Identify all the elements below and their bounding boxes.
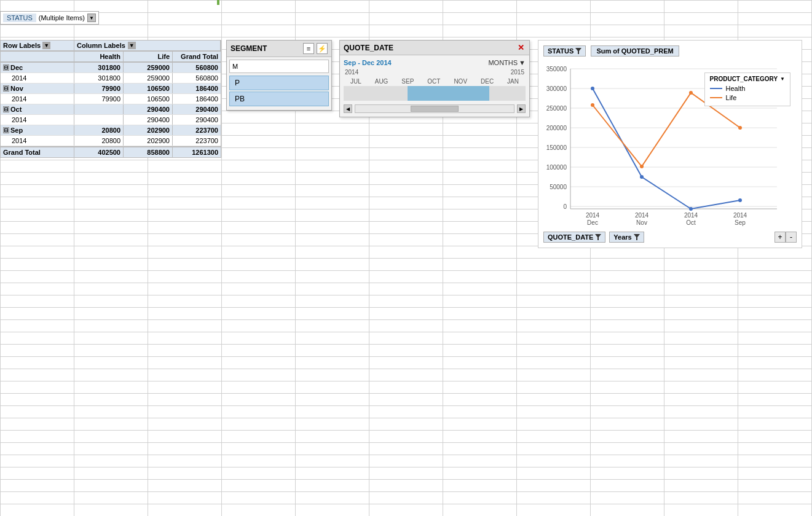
segment-slicer: SEGMENT ≡ ⚡ P PB <box>226 40 332 111</box>
slicer-filter-btn[interactable]: ⚡ <box>317 43 328 54</box>
column-labels-header: Column Labels ▼ <box>74 41 221 50</box>
col-health-header: Health <box>74 52 124 61</box>
segment-search-input[interactable] <box>229 60 329 73</box>
svg-text:350000: 350000 <box>546 66 567 72</box>
date-slicer-close[interactable]: ✕ <box>516 43 526 52</box>
svg-point-24 <box>640 165 644 168</box>
chart-footer: QUOTE_DATE Years + - <box>543 232 797 243</box>
svg-text:Sep: Sep <box>735 219 746 226</box>
scroll-left[interactable]: ◀ <box>344 104 352 113</box>
table-row: 2014 301800 259000 560800 <box>1 73 221 84</box>
table-row: ⊟Sep 20800 202900 223700 <box>1 125 221 136</box>
column-labels-filter[interactable]: ▼ <box>128 42 136 49</box>
svg-text:300000: 300000 <box>546 85 567 92</box>
segment-slicer-title: SEGMENT <box>231 44 267 53</box>
svg-text:2014: 2014 <box>586 212 600 219</box>
table-row: ⊟Dec 301800 259000 560800 <box>1 63 221 73</box>
col-life-header: Life <box>124 52 173 61</box>
svg-text:250000: 250000 <box>546 105 567 112</box>
filter-icon <box>575 48 581 54</box>
date-slicer-header: QUOTE_DATE ✕ <box>340 41 529 55</box>
months-mode[interactable]: MONTHS ▼ <box>488 59 526 66</box>
timeline-scrollbar: ◀ ▶ <box>344 104 526 113</box>
chart-legend: PRODUCT_CATEGORY ▼ Health Life <box>704 72 790 106</box>
collapse-btn[interactable]: - <box>786 232 797 243</box>
slicer-clear-btn[interactable]: ≡ <box>303 43 314 54</box>
svg-point-20 <box>640 175 644 179</box>
table-row: ⊟Nov 79900 106500 186400 <box>1 84 221 94</box>
chart-status-filter[interactable]: STATUS <box>543 45 586 57</box>
svg-point-26 <box>738 126 742 130</box>
chart-area: STATUS Sum of QUOTED_PREM 350000 300000 … <box>538 40 802 248</box>
legend-item-health: Health <box>710 85 785 92</box>
expand-btn[interactable]: + <box>775 232 786 243</box>
segment-slicer-header: SEGMENT ≡ ⚡ <box>227 41 331 57</box>
grand-total-row: Grand Total 402500 858800 1261300 <box>1 146 221 157</box>
svg-point-19 <box>591 87 594 90</box>
legend-item-life: Life <box>710 94 785 101</box>
svg-text:150000: 150000 <box>546 144 567 151</box>
col-total-header: Grand Total <box>173 52 221 61</box>
svg-text:200000: 200000 <box>546 125 567 131</box>
timeline-bar[interactable] <box>344 86 526 101</box>
svg-text:Oct: Oct <box>686 219 696 226</box>
svg-marker-35 <box>595 234 601 240</box>
svg-marker-36 <box>634 234 640 240</box>
svg-text:2014: 2014 <box>635 212 649 219</box>
svg-point-25 <box>689 91 693 95</box>
svg-marker-0 <box>575 48 581 54</box>
date-slicer-title: QUOTE_DATE <box>344 44 393 52</box>
table-row: 2014 290400 290400 <box>1 115 221 125</box>
svg-point-21 <box>689 207 693 211</box>
status-filter-bar[interactable]: STATUS (Multiple Items) ▼ <box>0 11 99 25</box>
svg-text:50000: 50000 <box>550 184 567 190</box>
status-filter-label: STATUS <box>3 14 36 22</box>
date-slicer: QUOTE_DATE ✕ Sep - Dec 2014 MONTHS ▼ 201… <box>339 40 530 117</box>
slicer-item-pb[interactable]: PB <box>229 92 329 106</box>
years-filter-icon <box>634 234 640 240</box>
pivot-table: Row Labels ▼ Column Labels ▼ Health Life… <box>0 40 221 158</box>
quote-date-filter[interactable]: QUOTE_DATE <box>543 232 605 243</box>
status-filter-dropdown[interactable]: ▼ <box>87 14 96 22</box>
chart-sum-label: Sum of QUOTED_PREM <box>591 45 679 57</box>
row-labels-header: Row Labels ▼ <box>1 41 74 50</box>
status-filter-value: (Multiple Items) <box>39 14 85 22</box>
chart-svg-container: 350000 300000 250000 200000 150000 10000… <box>543 60 797 228</box>
svg-point-23 <box>591 103 594 107</box>
svg-text:0: 0 <box>563 203 567 210</box>
svg-text:2014: 2014 <box>733 212 747 219</box>
table-row: 2014 79900 106500 186400 <box>1 94 221 104</box>
quote-date-filter-icon <box>595 234 601 240</box>
date-range-label: Sep - Dec 2014 <box>344 59 392 66</box>
svg-text:Dec: Dec <box>587 219 598 226</box>
svg-point-22 <box>738 198 742 202</box>
row-labels-filter[interactable]: ▼ <box>42 42 50 49</box>
years-filter[interactable]: Years <box>609 232 644 243</box>
table-row: ⊟Oct 290400 290400 <box>1 104 221 115</box>
slicer-item-p[interactable]: P <box>229 76 329 90</box>
svg-text:100000: 100000 <box>546 164 567 171</box>
svg-text:2014: 2014 <box>684 212 698 219</box>
table-row: 2014 20800 202900 223700 <box>1 136 221 146</box>
scroll-right[interactable]: ▶ <box>517 104 526 113</box>
svg-text:Nov: Nov <box>636 219 647 226</box>
